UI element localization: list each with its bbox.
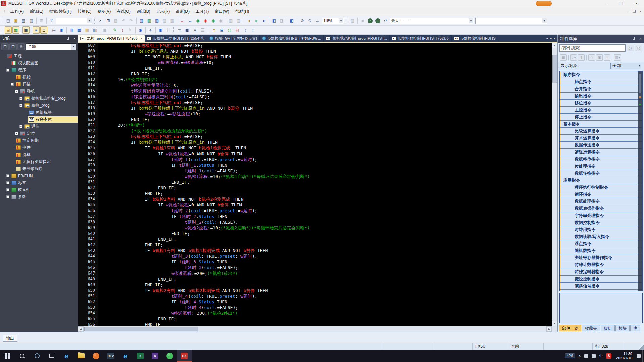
zoom-out-icon[interactable]: ⊖ xyxy=(306,17,313,24)
favorite-star-icon[interactable]: ☆ xyxy=(588,54,595,61)
instruction-item-数据转换指令[interactable]: 数据转换指令 xyxy=(560,170,642,177)
device-display-icon[interactable]: ▥ xyxy=(138,17,145,24)
carriage-icon[interactable]: ↵ xyxy=(382,17,389,24)
tree-item-扫描[interactable]: −扫描 xyxy=(0,81,78,88)
instruction-item-字符串处理指令[interactable]: 字符串处理指令 xyxy=(560,212,642,219)
instruction-item-移位指令[interactable]: 移位指令 xyxy=(560,100,642,107)
undo-icon[interactable]: ↶ xyxy=(120,17,127,24)
instruction-item-触点指令[interactable]: 触点指令 xyxy=(560,78,642,85)
editor-tab-5[interactable]: STfb增压缸控制 [FB] [ST] (52)步 xyxy=(390,35,452,42)
tab-履历[interactable]: 履历 xyxy=(601,325,615,331)
menu-item-5[interactable]: 在线(O) xyxy=(114,7,133,16)
menu-item-6[interactable]: 调试(B) xyxy=(134,7,153,16)
tab-output[interactable]: 输出 xyxy=(3,335,17,342)
expand-plus-icon[interactable]: + xyxy=(19,125,22,128)
notification-center-button[interactable] xyxy=(635,350,642,362)
user-disabled-icon[interactable]: ☰ xyxy=(199,26,206,34)
tree-item-待机[interactable]: 待机 xyxy=(0,151,78,158)
label-edit-icon[interactable]: ✎ xyxy=(111,26,118,34)
editor-tab-1[interactable]: STfb氦检工位 [FB] [ST] (2554)步 xyxy=(145,35,207,42)
tab-close-icon[interactable]: × xyxy=(140,36,142,40)
display-target-icon[interactable]: ▥▾ xyxy=(614,54,621,61)
status-resize-grip[interactable] xyxy=(638,343,644,350)
window-split-icon[interactable]: ◧ xyxy=(271,17,278,24)
instruction-item-应用指令[interactable]: 应用指令 xyxy=(560,177,642,184)
nav-filter-dropdown[interactable]: 全部 ▼ xyxy=(26,43,76,50)
filter-icon[interactable]: ⇂ xyxy=(578,54,585,61)
maximize-button[interactable]: ❐ xyxy=(614,0,629,7)
instruction-item-数据传送指令[interactable]: 数据传送指令 xyxy=(560,142,642,149)
window-cascade-icon[interactable]: ◧ xyxy=(288,17,296,24)
gray-box-icon[interactable]: ■ xyxy=(359,17,366,24)
io-up-down-icon[interactable]: ↕ xyxy=(241,26,249,34)
taskbar-app-excel[interactable]: X xyxy=(133,350,148,362)
ime-indicator[interactable]: 中 xyxy=(597,350,604,362)
tree-item-程序[interactable]: −程序 xyxy=(0,67,78,74)
expand-plus-icon[interactable]: + xyxy=(6,195,9,198)
toolbar-grip[interactable] xyxy=(208,27,209,33)
new-file-icon[interactable]: ▤ xyxy=(5,17,12,24)
device-search-icon[interactable]: ⌖ xyxy=(147,26,154,34)
copy-icon[interactable]: ⊞ xyxy=(105,17,112,24)
collapse-minus-icon[interactable]: − xyxy=(11,83,14,86)
unit-icon[interactable]: ▣ xyxy=(22,26,30,34)
watch-monitor-combo[interactable]: 最大: -------▼ xyxy=(390,18,474,24)
instruction-item-浮点指令[interactable]: 浮点指令 xyxy=(560,240,642,247)
tree-item-通信[interactable]: +通信 xyxy=(0,123,78,130)
detail-view-icon[interactable]: ≣ xyxy=(40,26,47,34)
sort-icon[interactable]: ⇃▾ xyxy=(570,54,577,61)
nav-window-icon[interactable]: ⊟ xyxy=(5,26,12,34)
monitor-pause-icon[interactable]: ◉ xyxy=(217,17,224,24)
instruction-item-逻辑运算指令[interactable]: 逻辑运算指令 xyxy=(560,149,642,156)
convert-check-icon[interactable]: ✓ xyxy=(374,17,381,24)
taskbar-search-button[interactable] xyxy=(15,350,30,362)
list-scrollbar[interactable] xyxy=(638,71,642,291)
close-button[interactable]: × xyxy=(629,0,644,7)
tree-item-局部标签[interactable]: 局部标签 xyxy=(0,109,78,116)
list-scroll-down-icon[interactable]: ⌄ xyxy=(639,286,641,290)
taskbar-app-gx-works3[interactable]: GX xyxy=(177,350,192,362)
volume-icon[interactable] xyxy=(583,350,590,362)
instruction-item-数据表操作指令[interactable]: 数据表操作指令 xyxy=(560,205,642,212)
scroll-up-icon[interactable]: ▲ xyxy=(552,43,557,48)
read-from-plc-icon[interactable]: ← xyxy=(186,17,194,24)
tree-item-无执行类型指定[interactable]: 无执行类型指定 xyxy=(0,158,78,165)
device-assign-icon[interactable]: ▥ xyxy=(91,26,98,34)
list-window-icon[interactable]: ≡ xyxy=(192,26,199,34)
help-icon[interactable]: ? xyxy=(48,17,55,24)
tree-item-FB/FUN[interactable]: +FB/FUN xyxy=(0,172,78,179)
tree-item-模块配置图[interactable]: 模块配置图 xyxy=(0,60,78,67)
zoom-level-combo[interactable]: 115%▼ xyxy=(322,18,344,24)
menu-item-7[interactable]: 记录(R) xyxy=(153,7,173,16)
toolbar-grip[interactable] xyxy=(173,27,175,33)
display-target-dropdown[interactable]: 全部 ▾ xyxy=(610,63,641,69)
open-project-icon[interactable]: ▣ xyxy=(12,17,19,24)
tree-item-未登录程序[interactable]: 未登录程序 xyxy=(0,165,78,172)
menu-item-0[interactable]: 工程(P) xyxy=(7,7,27,16)
collapse-minus-icon[interactable]: − xyxy=(19,104,22,107)
jump-next-icon[interactable]: ▸ xyxy=(261,17,268,24)
editor-horizontal-scrollbar[interactable]: ◀ ▶ xyxy=(78,326,552,332)
tray-expand-button[interactable]: ∧ xyxy=(577,350,583,362)
instruction-item-合并指令[interactable]: 合并指令 xyxy=(560,85,642,93)
instruction-item-比较运算指令[interactable]: 比较运算指令 xyxy=(560,128,642,135)
device-batch-icon[interactable]: ▥ xyxy=(84,26,91,34)
menu-item-9[interactable]: 工具(T) xyxy=(193,7,212,16)
device-comment-icon[interactable]: ▥ xyxy=(68,26,75,34)
expand-plus-icon[interactable]: + xyxy=(15,132,18,135)
instruction-item-数据控制指令[interactable]: 数据控制指令 xyxy=(560,219,642,226)
brush-disabled-icon[interactable]: ✎ xyxy=(127,26,134,34)
save-icon[interactable]: ▦ xyxy=(20,17,27,24)
mdi-restore-button[interactable]: ❐ xyxy=(633,9,636,14)
taskbar-app-firefox[interactable] xyxy=(89,350,103,362)
instruction-item-数据处理指令[interactable]: 数据处理指令 xyxy=(560,198,642,205)
menu-item-3[interactable]: 转换(C) xyxy=(75,7,95,16)
tab-模块[interactable]: 模块 xyxy=(615,325,630,331)
write-to-plc-icon[interactable]: → xyxy=(179,17,186,24)
instruction-item-算术运算指令[interactable]: 算术运算指令 xyxy=(560,135,642,142)
editor-tab-4[interactable]: ST整机状态控制_prog [PRG] [ST... xyxy=(324,35,389,42)
menu-item-4[interactable]: 视图(V) xyxy=(94,7,114,16)
zoom-fit-icon[interactable]: ↔ xyxy=(314,17,321,24)
tab-scroll-right-icon[interactable]: ▸ xyxy=(550,36,552,40)
usb-icon[interactable] xyxy=(590,350,597,362)
